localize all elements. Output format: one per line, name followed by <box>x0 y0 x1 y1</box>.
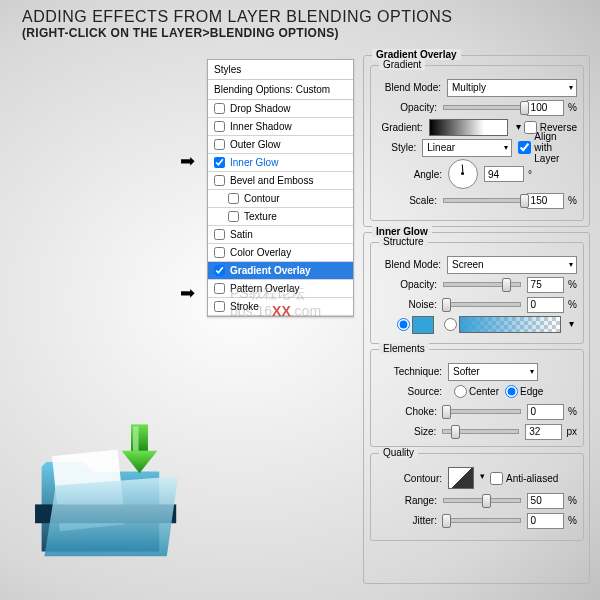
source-label: Source: <box>377 386 442 397</box>
style-item-outer-glow[interactable]: Outer Glow <box>208 136 353 154</box>
style-checkbox[interactable] <box>214 121 225 132</box>
quality-legend: Quality <box>379 447 418 458</box>
gradient-overlay-group: Gradient Overlay Gradient Blend Mode: Mu… <box>363 55 590 227</box>
style-checkbox[interactable] <box>214 283 225 294</box>
style-label: Pattern Overlay <box>230 283 299 294</box>
range-value[interactable]: 50 <box>527 493 565 509</box>
blend-mode-select[interactable]: Multiply <box>447 79 577 97</box>
color-swatch[interactable] <box>412 316 434 334</box>
folder-download-icon <box>25 415 190 575</box>
style-checkbox[interactable] <box>228 193 239 204</box>
style-label: Satin <box>230 229 253 240</box>
style-checkbox[interactable] <box>214 301 225 312</box>
color-radio[interactable] <box>397 318 410 331</box>
elements-legend: Elements <box>379 343 429 354</box>
style-label: Bevel and Emboss <box>230 175 313 186</box>
size-value[interactable]: 32 <box>525 424 562 440</box>
gradient-radio[interactable] <box>444 318 457 331</box>
range-slider[interactable] <box>443 498 521 503</box>
scale-label: Scale: <box>377 195 437 206</box>
scale-value[interactable]: 150 <box>527 193 565 209</box>
style-item-contour[interactable]: Contour <box>208 190 353 208</box>
choke-value[interactable]: 0 <box>527 404 565 420</box>
style-item-gradient-overlay[interactable]: Gradient Overlay <box>208 262 353 280</box>
style-item-inner-shadow[interactable]: Inner Shadow <box>208 118 353 136</box>
center-label: Center <box>469 386 499 397</box>
contour-swatch[interactable] <box>448 467 474 489</box>
style-label: Inner Glow <box>230 157 278 168</box>
style-label: Drop Shadow <box>230 103 291 114</box>
style-checkbox[interactable] <box>214 103 225 114</box>
style-item-stroke[interactable]: Stroke <box>208 298 353 316</box>
angle-unit: ° <box>528 169 532 180</box>
gradient-subgroup: Gradient Blend Mode: Multiply Opacity: 1… <box>370 65 584 221</box>
jitter-slider[interactable] <box>443 518 521 523</box>
structure-group: Structure Blend Mode: Screen Opacity: 75… <box>370 242 584 344</box>
size-label: Size: <box>377 426 436 437</box>
choke-label: Choke: <box>377 406 437 417</box>
style-item-color-overlay[interactable]: Color Overlay <box>208 244 353 262</box>
scale-slider[interactable] <box>443 198 521 203</box>
edge-radio[interactable] <box>505 385 518 398</box>
style-label: Stroke <box>230 301 259 312</box>
range-label: Range: <box>377 495 437 506</box>
style-checkbox[interactable] <box>214 157 225 168</box>
ig-blend-mode-select[interactable]: Screen <box>447 256 577 274</box>
noise-value[interactable]: 0 <box>527 297 565 313</box>
style-checkbox[interactable] <box>228 211 239 222</box>
angle-dial[interactable] <box>448 159 478 189</box>
noise-label: Noise: <box>377 299 437 310</box>
align-label: Align with Layer <box>534 131 577 164</box>
gradient-swatch[interactable] <box>429 119 508 136</box>
style-item-inner-glow[interactable]: Inner Glow <box>208 154 353 172</box>
jitter-value[interactable]: 0 <box>527 513 565 529</box>
opacity-value[interactable]: 100 <box>527 100 565 116</box>
style-label: Color Overlay <box>230 247 291 258</box>
style-item-texture[interactable]: Texture <box>208 208 353 226</box>
angle-label: Angle: <box>377 169 442 180</box>
contour-label: Contour: <box>377 473 442 484</box>
gradient-label: Gradient: <box>377 122 423 133</box>
style-checkbox[interactable] <box>214 247 225 258</box>
style-item-bevel-and-emboss[interactable]: Bevel and Emboss <box>208 172 353 190</box>
style-label: Style: <box>377 142 416 153</box>
choke-slider[interactable] <box>443 409 521 414</box>
center-radio[interactable] <box>454 385 467 398</box>
style-checkbox[interactable] <box>214 175 225 186</box>
anti-aliased-label: Anti-aliased <box>506 473 558 484</box>
style-checkbox[interactable] <box>214 229 225 240</box>
scale-unit: % <box>568 195 577 206</box>
opacity-slider[interactable] <box>443 105 521 110</box>
style-select[interactable]: Linear <box>422 139 512 157</box>
ig-blend-mode-label: Blend Mode: <box>377 259 441 270</box>
anti-aliased-checkbox[interactable] <box>490 472 503 485</box>
technique-label: Technique: <box>377 366 442 377</box>
page-title: ADDING EFFECTS FROM LAYER BLENDING OPTIO… <box>22 8 453 26</box>
arrow-inner-glow: ➡ <box>180 150 195 172</box>
inner-glow-group: Inner Glow Structure Blend Mode: Screen … <box>363 232 590 584</box>
ig-opacity-slider[interactable] <box>443 282 521 287</box>
blending-options-default[interactable]: Blending Options: Custom <box>208 80 353 100</box>
ig-gradient-swatch[interactable] <box>459 316 561 333</box>
ig-opacity-label: Opacity: <box>377 279 437 290</box>
style-item-pattern-overlay[interactable]: Pattern Overlay <box>208 280 353 298</box>
style-label: Outer Glow <box>230 139 281 150</box>
style-label: Texture <box>244 211 277 222</box>
styles-header[interactable]: Styles <box>208 60 353 80</box>
ig-opacity-value[interactable]: 75 <box>527 277 565 293</box>
quality-group: Quality Contour: Anti-aliased Range: 50 … <box>370 453 584 541</box>
size-slider[interactable] <box>442 429 519 434</box>
style-checkbox[interactable] <box>214 265 225 276</box>
angle-value[interactable]: 94 <box>484 166 524 182</box>
technique-select[interactable]: Softer <box>448 363 538 381</box>
opacity-label: Opacity: <box>377 102 437 113</box>
structure-legend: Structure <box>379 236 428 247</box>
arrow-gradient-overlay: ➡ <box>180 282 195 304</box>
opacity-unit: % <box>568 102 577 113</box>
style-item-drop-shadow[interactable]: Drop Shadow <box>208 100 353 118</box>
style-item-satin[interactable]: Satin <box>208 226 353 244</box>
style-label: Inner Shadow <box>230 121 292 132</box>
align-checkbox[interactable] <box>518 141 531 154</box>
noise-slider[interactable] <box>443 302 521 307</box>
style-checkbox[interactable] <box>214 139 225 150</box>
